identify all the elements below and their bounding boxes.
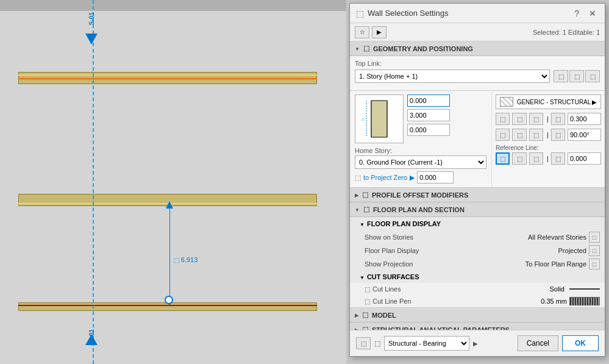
show-on-stories-value: All Relevant Stories ⬚: [528, 232, 600, 243]
field-mid-value[interactable]: [407, 109, 450, 121]
cut-lines-pen-value-group: 0.35 mm: [541, 297, 600, 305]
geometry-section-header[interactable]: ⬚ GEOMETRY AND POSITIONING: [350, 41, 605, 56]
top-link-label: Top Link:: [355, 60, 391, 67]
cut-lines-value: Solid: [550, 285, 564, 293]
drawing-toolbar: [0, 0, 346, 11]
show-projection-row: Show Projection To Floor Plan Range ⬚: [350, 257, 605, 271]
thickness-value[interactable]: 0.300: [568, 113, 601, 125]
show-on-stories-label: Show on Stories: [365, 234, 528, 241]
show-projection-value: To Floor Plan Range ⬚: [525, 259, 600, 269]
floor-plan-display-btn[interactable]: ⬚: [589, 245, 600, 256]
dialog-toolbar-row: ☆ ▶ Selected: 1 Editable: 1: [350, 23, 605, 41]
cut-lines-icon: ⬚: [365, 286, 370, 293]
top-link-row: Top Link:: [355, 60, 600, 67]
thickness-icon-3[interactable]: ⬚: [529, 113, 543, 125]
angle-row: ⬚ ⬚ ⬚ | ⬚ 90.00°: [496, 129, 601, 141]
project-zero-button[interactable]: to Project Zero ▶: [363, 174, 415, 182]
link-icon-2[interactable]: ⬚: [569, 70, 584, 82]
project-zero-arrow: ▶: [410, 174, 415, 182]
close-button[interactable]: ✕: [586, 7, 599, 20]
cut-lines-value-group: Solid: [550, 285, 600, 293]
ref-line-value[interactable]: 0.000: [568, 152, 601, 165]
ok-button[interactable]: OK: [562, 335, 599, 351]
structural-section-header[interactable]: ⬚ STRUCTURAL ANALYTICAL PARAMETERS: [350, 323, 605, 330]
footer-type-icon-btn[interactable]: ⬚: [356, 337, 371, 349]
selected-info: Selected: 1 Editable: 1: [533, 29, 600, 36]
link-icon-3[interactable]: ⬚: [585, 70, 600, 82]
angle-icon-1[interactable]: ⬚: [496, 129, 510, 141]
preview-fields: [407, 95, 486, 136]
home-story-select[interactable]: 0. Ground Floor (Current -1): [355, 155, 486, 169]
angle-icon-2[interactable]: ⬚: [512, 129, 526, 141]
floor-plan-display-row: Floor Plan Display Projected ⬚: [350, 244, 605, 257]
model-collapse-icon: [355, 312, 358, 318]
floor-plan-section-header[interactable]: ⬚ FLOOR PLAN AND SECTION: [350, 202, 605, 217]
ref-line-icons-row: ⬚ ⬚ ⬚ | ⬚ 0.000: [496, 152, 601, 165]
cut-lines-label: Cut Lines: [372, 285, 401, 293]
drawing-canvas: S-01 S-01 ⬚ 6.913: [0, 0, 346, 364]
wall-selection-dialog: ⬚ Wall Selection Settings ? ✕ ☆ ▶ Select…: [349, 3, 605, 357]
cut-lines-pen-value: 0.35 mm: [541, 298, 567, 305]
svg-text:↕: ↕: [361, 116, 364, 122]
ref-line-icon-3[interactable]: ⬚: [529, 152, 543, 165]
wall-top-inner: [18, 74, 317, 76]
drawing-area: S-01 S-01 ⬚ 6.913: [0, 0, 346, 364]
ref-line-icon-2[interactable]: ⬚: [512, 152, 526, 165]
footer-left: ⬚ ⬚ Structural - Bearing ▶: [356, 336, 478, 351]
anchor-circle: [165, 296, 173, 304]
show-projection-btn[interactable]: ⬚: [589, 259, 600, 269]
thickness-sep: |: [547, 116, 549, 123]
angle-value[interactable]: 90.00°: [568, 129, 601, 141]
angle-icon-3[interactable]: ⬚: [529, 129, 543, 141]
profile-collapse-icon: [355, 191, 358, 198]
show-on-stories-btn[interactable]: ⬚: [589, 232, 600, 243]
cancel-button[interactable]: Cancel: [518, 335, 558, 351]
home-story-label: Home Story:: [355, 147, 486, 154]
thickness-row: ⬚ ⬚ ⬚ | ⬚ 0.300: [496, 113, 601, 125]
project-zero-value[interactable]: [417, 171, 454, 184]
ref-line-icon-1[interactable]: ⬚: [496, 152, 510, 165]
dialog-titlebar: ⬚ Wall Selection Settings ? ✕: [350, 4, 605, 23]
floor-plan-icon: ⬚: [363, 205, 369, 213]
wall-preview: ↕: [355, 95, 404, 143]
thickness-icon-2[interactable]: ⬚: [512, 113, 526, 125]
toolbar-left: ☆ ▶: [355, 26, 386, 38]
thickness-dim-icon[interactable]: ⬚: [551, 113, 565, 125]
top-link-select[interactable]: 1. Story (Home + 1): [355, 70, 550, 83]
pen-preview: [569, 297, 600, 305]
favorites-button[interactable]: ☆: [355, 26, 369, 38]
ref-line-dim-icon[interactable]: ⬚: [551, 152, 565, 165]
geometry-icon: ⬚: [363, 45, 369, 52]
geo-left-panel: ↕ Home Story: 0. Ground Floor (Current -…: [350, 91, 492, 187]
footer-right: Cancel OK: [518, 335, 599, 351]
profile-icon: ⬚: [362, 191, 368, 199]
material-button[interactable]: GENERIC - STRUCTURAL ▶: [496, 95, 601, 109]
dialog-controls: ? ✕: [572, 7, 599, 20]
project-zero-icon: ⬚: [355, 174, 361, 182]
show-on-stories-row: Show on Stories All Relevant Stories ⬚: [350, 230, 605, 244]
field-top-value[interactable]: [407, 95, 450, 107]
footer-type-select[interactable]: Structural - Bearing: [384, 336, 469, 351]
floor-plan-display-header[interactable]: FLOOR PLAN DISPLAY: [350, 217, 605, 230]
floor-plan-display-label: FLOOR PLAN DISPLAY: [367, 220, 441, 227]
profile-offset-section-header[interactable]: ⬚ PROFILE OFFSET MODIFIERS: [350, 188, 605, 202]
dialog-footer: ⬚ ⬚ Structural - Bearing ▶ Cancel OK: [350, 330, 605, 356]
geo-two-col: ↕ Home Story: 0. Ground Floor (Current -…: [350, 91, 605, 188]
floor-plan-display-prop-label: Floor Plan Display: [365, 247, 558, 254]
dim-icon: ⬚: [174, 257, 181, 263]
cut-lines-row: ⬚ Cut Lines Solid: [350, 283, 605, 295]
geometry-label: GEOMETRY AND POSITIONING: [373, 45, 473, 52]
cut-surfaces-header[interactable]: CUT SURFACES: [350, 271, 605, 283]
ref-line-sep: |: [547, 155, 549, 162]
thickness-icon-1[interactable]: ⬚: [496, 113, 510, 125]
link-icon-1[interactable]: ⬚: [554, 70, 568, 82]
dialog-content[interactable]: ⬚ GEOMETRY AND POSITIONING Top Link: 1. …: [350, 41, 605, 330]
model-section-header[interactable]: ⬚ MODEL: [350, 308, 605, 323]
play-button[interactable]: ▶: [372, 26, 386, 38]
floor-plan-display-subsection: FLOOR PLAN DISPLAY Show on Stories All R…: [350, 217, 605, 308]
angle-dim-icon[interactable]: ⬚: [551, 129, 565, 141]
help-button[interactable]: ?: [572, 7, 582, 20]
field-bot-value[interactable]: [407, 124, 450, 136]
dim-line-vertical: [169, 206, 170, 302]
structural-icon: ⬚: [362, 326, 368, 330]
